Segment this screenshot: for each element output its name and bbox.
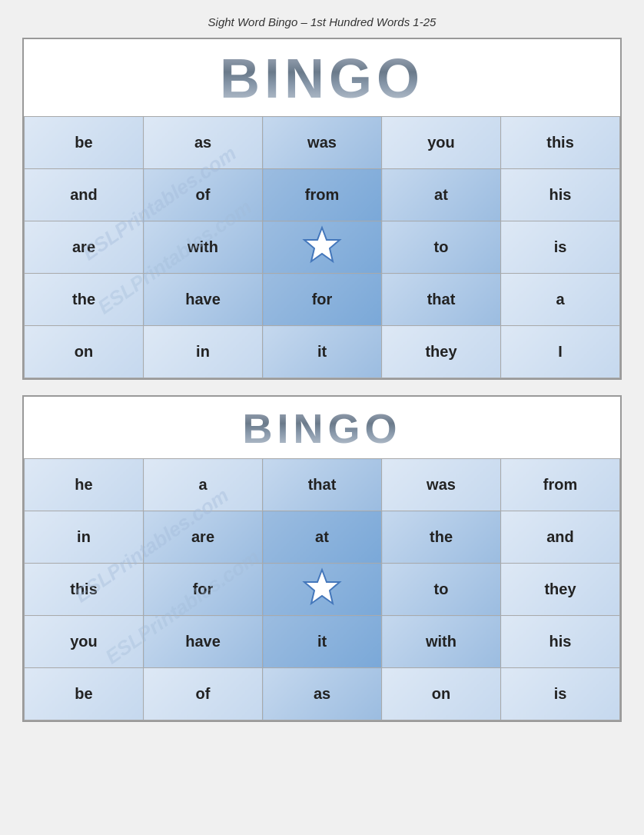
table-row: this for to they [25, 564, 620, 616]
list-item: I [501, 326, 620, 378]
list-item: at [263, 511, 382, 564]
svg-marker-1 [304, 570, 340, 604]
table-row: be of as on is [25, 668, 620, 720]
star-cell-1 [263, 221, 382, 274]
list-item: they [382, 326, 501, 378]
table-row: he a that was from [25, 459, 620, 511]
list-item: and [501, 511, 620, 564]
bingo-title-1: BINGO [220, 47, 424, 110]
list-item: for [144, 564, 263, 616]
list-item: you [382, 117, 501, 169]
table-row: are with to is [25, 221, 620, 274]
bingo-card-2-container: BINGO he a that was from in are at the a… [22, 395, 622, 722]
list-item: with [382, 616, 501, 668]
table-row: be as was you this [25, 117, 620, 169]
list-item: from [501, 459, 620, 511]
list-item: are [25, 221, 144, 274]
bingo-header-1: BINGO [24, 39, 620, 116]
table-row: on in it they I [25, 326, 620, 378]
list-item: be [25, 668, 144, 720]
list-item: in [144, 326, 263, 378]
list-item: it [263, 326, 382, 378]
table-row: the have for that a [25, 274, 620, 326]
list-item: a [501, 274, 620, 326]
list-item: in [25, 511, 144, 564]
list-item: have [144, 616, 263, 668]
list-item: a [144, 459, 263, 511]
list-item: this [501, 117, 620, 169]
list-item: the [25, 274, 144, 326]
list-item: to [382, 221, 501, 274]
list-item: they [501, 564, 620, 616]
list-item: and [25, 169, 144, 221]
list-item: are [144, 511, 263, 564]
list-item: the [382, 511, 501, 564]
bingo-grid-1: be as was you this and of from at his ar… [24, 116, 620, 378]
star-cell-2 [263, 564, 382, 616]
bingo-card-1: BINGO be as was you this and of from at … [22, 38, 622, 395]
list-item: you [25, 616, 144, 668]
list-item: as [144, 117, 263, 169]
list-item: to [382, 564, 501, 616]
list-item: was [382, 459, 501, 511]
bingo-title-2: BINGO [242, 404, 401, 452]
list-item: from [263, 169, 382, 221]
list-item: his [501, 169, 620, 221]
list-item: is [501, 668, 620, 720]
list-item: have [144, 274, 263, 326]
table-row: you have it with his [25, 616, 620, 668]
list-item: this [25, 564, 144, 616]
list-item: on [25, 326, 144, 378]
list-item: of [144, 668, 263, 720]
bingo-card-1-container: BINGO be as was you this and of from at … [22, 38, 622, 380]
list-item: that [382, 274, 501, 326]
list-item: on [382, 668, 501, 720]
page-title: Sight Word Bingo – 1st Hundred Words 1-2… [208, 15, 437, 28]
list-item: it [263, 616, 382, 668]
list-item: is [501, 221, 620, 274]
bingo-grid-2: he a that was from in are at the and thi… [24, 458, 620, 720]
table-row: and of from at his [25, 169, 620, 221]
list-item: of [144, 169, 263, 221]
list-item: for [263, 274, 382, 326]
list-item: that [263, 459, 382, 511]
list-item: was [263, 117, 382, 169]
bingo-header-2: BINGO [24, 397, 620, 458]
list-item: he [25, 459, 144, 511]
table-row: in are at the and [25, 511, 620, 564]
list-item: at [382, 169, 501, 221]
list-item: be [25, 117, 144, 169]
bingo-card-2: BINGO he a that was from in are at the a… [22, 395, 622, 737]
list-item: with [144, 221, 263, 274]
list-item: his [501, 616, 620, 668]
svg-marker-0 [304, 228, 340, 261]
list-item: as [263, 668, 382, 720]
